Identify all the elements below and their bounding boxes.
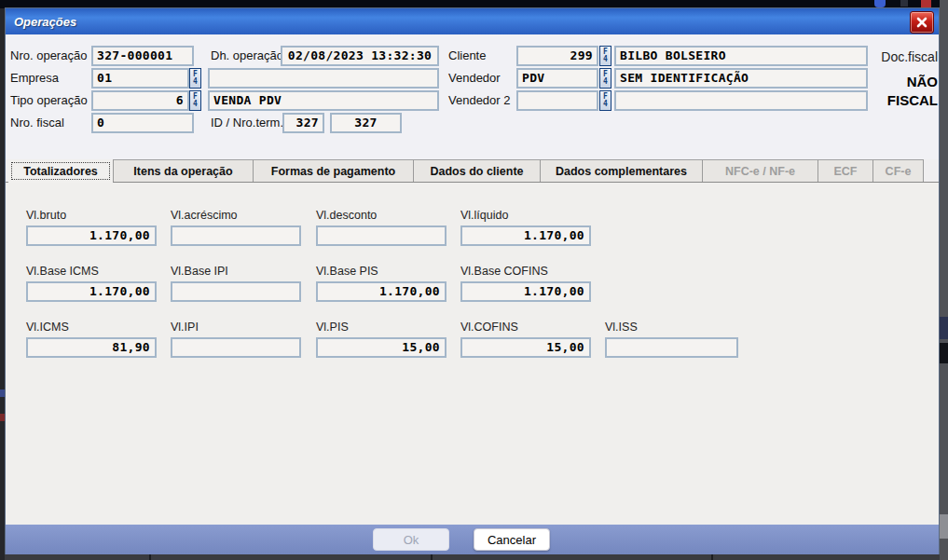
cliente-code-field[interactable]: 299 (516, 46, 598, 66)
f4-icon: 4 (603, 101, 608, 108)
vl-pis-label: Vl.PIS (316, 321, 349, 334)
vendedor-name-field[interactable]: SEM IDENTIFICAÇÃO (614, 68, 868, 89)
background-toolbar-icon-fragment (921, 0, 931, 7)
operacoes-dialog: Operações Nro. operação 327-000001 Dh. o… (5, 7, 940, 554)
cancel-button[interactable]: Cancelar (474, 528, 550, 551)
vl-liquido-field[interactable]: 1.170,00 (460, 225, 591, 246)
empresa-field[interactable]: 01 (91, 68, 189, 89)
nro-fiscal-field[interactable]: 0 (91, 113, 194, 133)
tab-totalizadores[interactable]: Totalizadores (8, 159, 113, 183)
dialog-titlebar[interactable]: Operações (6, 8, 939, 34)
vl-ipi-label: Vl.IPI (171, 321, 199, 334)
tab-itens-da-operacao[interactable]: Itens da operação (113, 159, 253, 182)
header-form: Nro. operação 327-000001 Dh. operação 02… (6, 34, 939, 159)
totalizadores-panel: Vl.bruto 1.170,00 Vl.acréscimo Vl.descon… (6, 182, 939, 525)
tab-strip: Totalizadores Itens da operação Formas d… (8, 159, 924, 183)
doc-fiscal-status-line1: NÃO (845, 74, 938, 89)
background-window-gridline (149, 554, 151, 560)
nro-operacao-field[interactable]: 327-000001 (91, 46, 194, 66)
vl-base-icms-field[interactable]: 1.170,00 (26, 281, 157, 302)
vendedor2-f4-button[interactable]: F 4 (599, 90, 611, 111)
vl-base-cofins-field[interactable]: 1.170,00 (460, 281, 591, 302)
tipo-operacao-field[interactable]: 6 (91, 90, 189, 111)
vl-cofins-label: Vl.COFINS (460, 321, 518, 334)
vendedor2-name-field[interactable] (614, 90, 868, 111)
doc-fiscal-label: Doc.fiscal (845, 49, 938, 64)
vl-bruto-field[interactable]: 1.170,00 (26, 225, 157, 246)
ok-button: Ok (373, 528, 449, 551)
footer-bar: Ok Cancelar (6, 525, 939, 554)
vl-icms-label: Vl.ICMS (26, 321, 69, 334)
vendedor-code-field[interactable]: PDV (516, 68, 598, 89)
tab-cfe: CF-e (872, 159, 924, 182)
vendedor-label: Vendedor (448, 68, 501, 89)
background-window-gridline (431, 554, 433, 560)
nro-fiscal-label: Nro. fiscal (10, 113, 64, 133)
vendedor-f4-button[interactable]: F 4 (599, 68, 611, 89)
vl-ipi-field[interactable] (171, 337, 301, 358)
vl-bruto-label: Vl.bruto (26, 209, 66, 222)
nro-operacao-label: Nro. operação (10, 46, 87, 66)
vl-iss-label: Vl.ISS (605, 321, 638, 334)
background-window-right-edge (940, 0, 948, 560)
empresa-f4-button[interactable]: F 4 (189, 68, 201, 89)
vendedor2-code-field[interactable] (516, 90, 598, 111)
f4-icon: 4 (603, 56, 608, 63)
vl-base-cofins-label: Vl.Base COFINS (460, 265, 548, 278)
id-nro-term-label: ID / Nro.term. (211, 113, 283, 133)
f4-icon: 4 (193, 78, 198, 86)
vl-base-ipi-field[interactable] (171, 281, 301, 302)
tipo-operacao-label: Tipo operação (10, 90, 88, 111)
background-window-bottom-edge (5, 554, 940, 560)
nro-term-field[interactable]: 327 (330, 113, 402, 133)
empresa-desc-field[interactable] (208, 68, 439, 89)
dh-operacao-label: Dh. operação (211, 46, 283, 66)
cliente-label: Cliente (448, 46, 486, 66)
dialog-title: Operações (6, 15, 76, 29)
vl-desconto-field[interactable] (316, 225, 447, 246)
background-window-fragment (940, 317, 948, 339)
tipo-operacao-desc-field[interactable]: VENDA PDV (208, 90, 439, 111)
background-window-gridline (711, 554, 713, 560)
vendedor2-label: Vendedor 2 (448, 90, 511, 111)
tab-formas-de-pagamento[interactable]: Formas de pagamento (253, 159, 413, 182)
tab-ecf: ECF (817, 159, 872, 182)
tab-dados-complementares[interactable]: Dados complementares (540, 159, 702, 182)
dh-operacao-field[interactable]: 02/08/2023 13:32:30 (281, 46, 439, 66)
vl-pis-field[interactable]: 15,00 (316, 337, 447, 358)
tab-dados-do-cliente[interactable]: Dados do cliente (413, 159, 540, 182)
close-icon (916, 17, 927, 28)
vl-acrescimo-field[interactable] (171, 225, 301, 246)
vl-desconto-label: Vl.desconto (316, 209, 377, 222)
vl-base-pis-field[interactable]: 1.170,00 (316, 281, 447, 302)
f4-icon: 4 (603, 78, 608, 86)
tab-nfce-nfe: NFC-e / NF-e (702, 159, 817, 182)
vl-base-pis-label: Vl.Base PIS (316, 265, 378, 278)
vl-base-icms-label: Vl.Base ICMS (26, 265, 99, 278)
cliente-name-field[interactable]: BILBO BOLSEIRO (614, 46, 868, 66)
vl-acrescimo-label: Vl.acréscimo (171, 209, 238, 222)
close-button[interactable] (910, 11, 934, 34)
tipo-operacao-f4-button[interactable]: F 4 (189, 90, 201, 111)
background-window-fragment (940, 343, 948, 363)
vl-base-ipi-label: Vl.Base IPI (171, 265, 228, 278)
vl-icms-field[interactable]: 81,90 (26, 337, 157, 358)
cliente-f4-button[interactable]: F 4 (599, 46, 611, 66)
background-window-fragment (940, 514, 948, 539)
vl-cofins-field[interactable]: 15,00 (460, 337, 591, 358)
id-field[interactable]: 327 (282, 113, 324, 133)
vl-liquido-label: Vl.líquido (460, 209, 508, 222)
vl-iss-field[interactable] (605, 337, 738, 358)
doc-fiscal-status-line2: FISCAL (845, 92, 938, 108)
background-toolbar-icon-fragment (874, 0, 886, 7)
f4-icon: 4 (193, 101, 198, 108)
background-toolbar-icon-fragment (900, 0, 908, 7)
empresa-label: Empresa (10, 68, 59, 89)
